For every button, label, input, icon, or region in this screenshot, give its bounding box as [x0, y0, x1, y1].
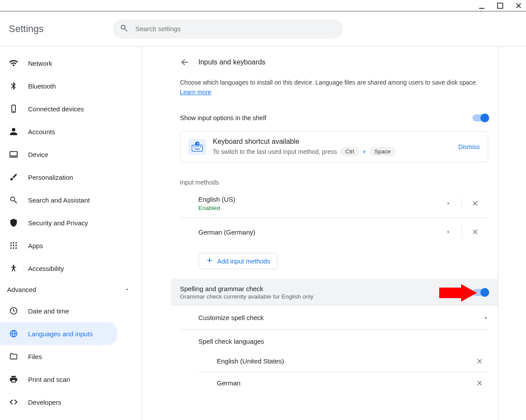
sidebar-item-label: Search and Assistant: [28, 196, 90, 204]
keyboard-shortcut-card: Keyboard shortcut available To switch to…: [180, 131, 488, 162]
svg-point-14: [15, 247, 17, 249]
customize-spell-check-row[interactable]: Customize spell check: [180, 306, 488, 330]
sidebar: Network Bluetooth Connected devices Acco…: [0, 46, 142, 420]
remove-spell-lang[interactable]: [471, 358, 488, 365]
expand-input-method[interactable]: [435, 223, 462, 241]
person-icon: [9, 127, 18, 136]
sidebar-item-device[interactable]: Device: [0, 143, 142, 166]
code-icon: [9, 397, 18, 407]
svg-point-7: [13, 242, 14, 244]
sidebar-item-languages-inputs[interactable]: Languages and inputs: [0, 322, 117, 345]
sidebar-item-search-assistant[interactable]: Search and Assistant: [0, 189, 142, 211]
bluetooth-icon: [9, 81, 18, 91]
spell-lang-row: German: [199, 372, 488, 394]
globe-icon: [9, 329, 18, 338]
svg-rect-18: [192, 145, 203, 151]
sidebar-item-label: Personalization: [28, 174, 73, 181]
input-method-row[interactable]: German (Germany): [180, 218, 488, 246]
app-title: Settings: [0, 23, 44, 35]
phone-icon: [9, 104, 18, 114]
spell-sub: Grammar check currently available for En…: [180, 293, 314, 300]
maximize-button[interactable]: [497, 3, 503, 9]
sidebar-item-accessibility[interactable]: Accessibility: [0, 257, 142, 280]
key-space: Space: [370, 147, 395, 156]
content-panel: Inputs and keyboards Choose which langua…: [171, 46, 498, 420]
remove-input-method[interactable]: [462, 223, 488, 241]
input-method-status: Enabled: [199, 205, 435, 211]
svg-point-12: [11, 247, 12, 249]
search-input[interactable]: [135, 25, 336, 32]
brush-icon: [9, 172, 18, 182]
sidebar-item-print-scan[interactable]: Print and scan: [0, 368, 142, 391]
svg-rect-4: [10, 152, 18, 156]
sidebar-item-label: Print and scan: [28, 376, 70, 383]
chevron-up-icon: [124, 286, 130, 293]
svg-rect-21: [198, 146, 199, 147]
sidebar-item-developers[interactable]: Developers: [0, 391, 142, 413]
wifi-icon: [9, 58, 18, 68]
shelf-toggle[interactable]: [473, 114, 488, 121]
sidebar-item-label: Device: [28, 151, 48, 158]
remove-input-method[interactable]: [462, 195, 488, 212]
callout-arrow-icon: [439, 284, 477, 303]
svg-rect-23: [195, 149, 200, 149]
svg-marker-25: [439, 284, 477, 302]
svg-point-15: [13, 265, 14, 266]
sidebar-item-network[interactable]: Network: [0, 52, 142, 75]
svg-point-13: [13, 247, 14, 249]
input-method-name: German (Germany): [199, 228, 435, 236]
sidebar-item-accounts[interactable]: Accounts: [0, 120, 142, 143]
sidebar-item-label: Developers: [28, 399, 61, 406]
customize-label: Customize spell check: [199, 314, 264, 321]
advanced-label: Advanced: [7, 286, 36, 293]
svg-point-10: [13, 245, 14, 246]
dismiss-button[interactable]: Dismiss: [458, 143, 480, 150]
sidebar-item-date-time[interactable]: Date and time: [0, 299, 142, 322]
input-method-row[interactable]: English (US) Enabled: [180, 189, 488, 218]
remove-spell-lang[interactable]: [471, 380, 488, 387]
svg-rect-1: [498, 3, 503, 8]
search-icon: [9, 195, 18, 205]
sidebar-item-security-privacy[interactable]: Security and Privacy: [0, 211, 142, 234]
close-button[interactable]: [515, 3, 522, 9]
sidebar-item-label: Bluetooth: [28, 82, 56, 90]
key-ctrl: Ctrl: [341, 147, 359, 156]
expand-input-method[interactable]: [435, 195, 462, 212]
page-header: Inputs and keyboards: [171, 46, 498, 74]
key-plus: +: [363, 148, 366, 155]
sidebar-item-label: Files: [28, 353, 42, 360]
spell-title: Spelling and grammar check: [180, 285, 314, 292]
chevron-right-icon: [484, 314, 488, 321]
back-button[interactable]: [178, 56, 191, 68]
spelling-grammar-row: Spelling and grammar check Grammar check…: [171, 279, 498, 306]
sidebar-item-personalization[interactable]: Personalization: [0, 166, 142, 189]
kb-card-desc: To switch to the last used input method,…: [213, 148, 337, 155]
learn-more-link[interactable]: Learn more: [180, 89, 212, 96]
sidebar-item-apps[interactable]: Apps: [0, 234, 142, 257]
search-field[interactable]: [113, 19, 343, 39]
advanced-toggle[interactable]: Advanced: [0, 280, 142, 299]
svg-rect-19: [193, 146, 195, 147]
sidebar-item-label: Apps: [28, 242, 43, 249]
sidebar-item-bluetooth[interactable]: Bluetooth: [0, 75, 142, 97]
sidebar-item-connected-devices[interactable]: Connected devices: [0, 97, 142, 120]
folder-icon: [9, 352, 18, 361]
spell-lang-row: English (United States): [199, 350, 488, 372]
sidebar-item-label: Languages and inputs: [28, 330, 93, 338]
sidebar-item-label: Connected devices: [28, 105, 84, 113]
intro-body: Choose which languages to install on thi…: [180, 79, 478, 86]
row-label: Show input options in the shelf: [180, 114, 267, 121]
svg-rect-0: [479, 8, 484, 9]
sidebar-item-label: Network: [28, 60, 52, 67]
sidebar-item-label: Security and Privacy: [28, 219, 88, 227]
minimize-button[interactable]: [479, 3, 485, 9]
spell-check-toggle[interactable]: [473, 289, 488, 296]
plus-icon: [206, 257, 213, 265]
spell-langs-label: Spell check languages: [180, 330, 488, 350]
sidebar-item-files[interactable]: Files: [0, 345, 142, 368]
apps-icon: [9, 241, 18, 250]
add-input-methods-button[interactable]: Add input methods: [199, 253, 278, 269]
keyboard-icon: [188, 139, 206, 155]
laptop-icon: [9, 149, 18, 159]
row-shelf-input: Show input options in the shelf: [171, 108, 498, 128]
